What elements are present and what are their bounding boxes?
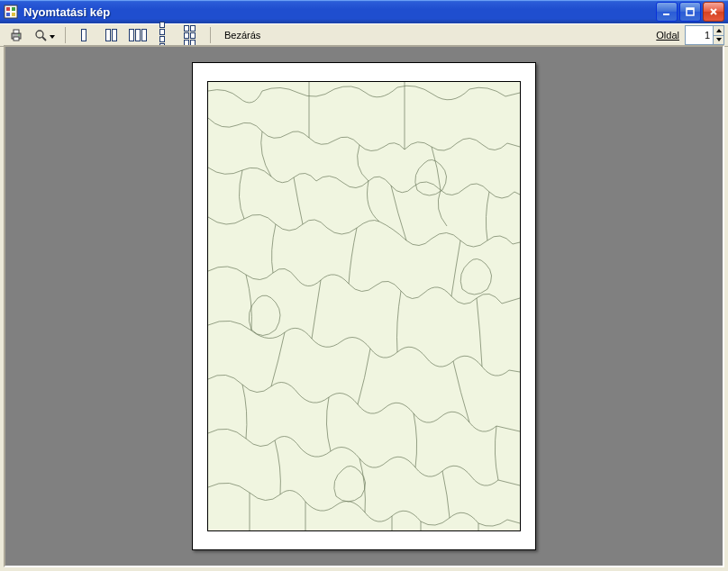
print-button[interactable] bbox=[4, 25, 29, 45]
page-label: Oldal bbox=[656, 30, 679, 41]
svg-rect-1 bbox=[6, 7, 10, 11]
svg-line-13 bbox=[42, 37, 46, 41]
page-spinner[interactable] bbox=[685, 25, 724, 45]
title-bar: Nyomtatási kép bbox=[0, 0, 728, 23]
zoom-dropdown[interactable] bbox=[31, 25, 59, 45]
svg-point-12 bbox=[36, 31, 43, 38]
page-input[interactable] bbox=[686, 26, 713, 44]
minimize-button[interactable] bbox=[656, 2, 678, 22]
layout-2page-button[interactable] bbox=[98, 25, 123, 45]
close-preview-button[interactable]: Bezárás bbox=[216, 25, 268, 45]
toolbar-separator bbox=[210, 27, 211, 43]
preview-page bbox=[192, 62, 536, 550]
layout-4page-button[interactable] bbox=[152, 25, 177, 45]
layout-1page-button[interactable] bbox=[71, 25, 96, 45]
layout-6page-button[interactable] bbox=[179, 25, 205, 45]
svg-rect-9 bbox=[14, 30, 19, 33]
svg-rect-6 bbox=[687, 8, 694, 15]
close-button[interactable] bbox=[703, 2, 724, 22]
chevron-down-icon bbox=[49, 32, 56, 39]
page-up-button[interactable] bbox=[713, 26, 723, 35]
layout-3page-button[interactable] bbox=[125, 25, 150, 45]
svg-rect-4 bbox=[12, 13, 15, 16]
preview-area bbox=[4, 45, 724, 567]
svg-rect-3 bbox=[6, 13, 10, 16]
svg-rect-2 bbox=[12, 7, 15, 11]
toolbar: Bezárás Oldal bbox=[0, 23, 728, 47]
svg-point-11 bbox=[18, 34, 20, 36]
svg-rect-7 bbox=[687, 8, 694, 10]
svg-rect-5 bbox=[663, 14, 669, 15]
page-down-button[interactable] bbox=[713, 35, 723, 45]
svg-rect-10 bbox=[14, 37, 19, 41]
app-icon bbox=[4, 5, 18, 19]
toolbar-separator bbox=[65, 27, 66, 43]
maximize-button[interactable] bbox=[679, 2, 701, 22]
map-preview bbox=[207, 81, 521, 531]
window-title: Nyomtatási kép bbox=[23, 5, 656, 19]
